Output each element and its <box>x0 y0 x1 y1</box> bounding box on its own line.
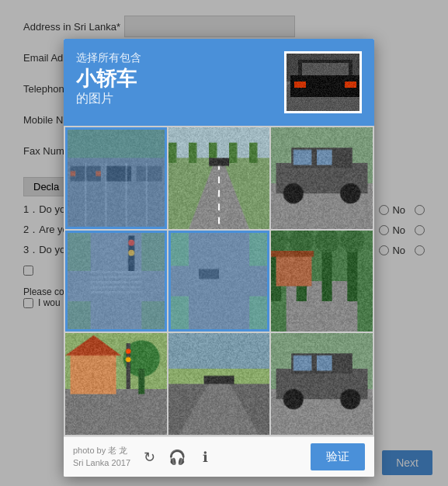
grid-cell-6[interactable] <box>65 333 167 435</box>
footer-icons: ↻ 🎧 ℹ <box>140 448 214 467</box>
grid-canvas-7 <box>168 333 270 435</box>
captcha-subtitle: 的图片 <box>76 91 275 107</box>
grid-cell-3[interactable] <box>65 231 167 332</box>
watermark-line1: photo by 老 龙 <box>73 445 130 456</box>
captcha-grid <box>64 126 374 436</box>
captcha-header-text: 选择所有包含 小轿车 的图片 <box>76 51 275 107</box>
verify-button[interactable]: 验证 <box>311 443 365 470</box>
grid-cell-8[interactable] <box>271 333 373 435</box>
info-icon[interactable]: ℹ <box>196 448 214 467</box>
captcha-title: 小轿车 <box>76 67 275 91</box>
grid-cell-4[interactable] <box>168 231 270 332</box>
grid-cell-1[interactable] <box>168 127 270 229</box>
refresh-icon[interactable]: ↻ <box>140 448 158 467</box>
grid-canvas-4 <box>168 231 270 332</box>
captcha-header: 选择所有包含 小轿车 的图片 <box>64 39 374 126</box>
grid-canvas-2 <box>271 127 373 229</box>
watermark-line2: Sri Lanka 2017 <box>73 457 130 469</box>
footer-left: photo by 老 龙 Sri Lanka 2017 ↻ 🎧 ℹ <box>73 445 214 469</box>
grid-cell-5[interactable] <box>271 231 373 332</box>
grid-canvas-5 <box>271 231 373 332</box>
grid-canvas-0 <box>65 127 167 229</box>
grid-canvas-6 <box>65 333 167 435</box>
header-car-canvas <box>287 54 362 113</box>
captcha-instruction: 选择所有包含 <box>76 51 275 65</box>
grid-cell-7[interactable] <box>168 333 270 435</box>
grid-canvas-3 <box>65 231 167 332</box>
captcha-header-image <box>284 51 362 113</box>
watermark: photo by 老 龙 Sri Lanka 2017 <box>73 445 130 469</box>
grid-canvas-8 <box>271 333 373 435</box>
grid-cell-0[interactable] <box>65 127 167 229</box>
grid-canvas-1 <box>168 127 270 229</box>
grid-cell-2[interactable] <box>271 127 373 229</box>
captcha-modal: 选择所有包含 小轿车 的图片 <box>64 39 374 477</box>
captcha-footer: photo by 老 龙 Sri Lanka 2017 ↻ 🎧 ℹ 验证 <box>64 436 374 477</box>
audio-icon[interactable]: 🎧 <box>168 448 186 467</box>
